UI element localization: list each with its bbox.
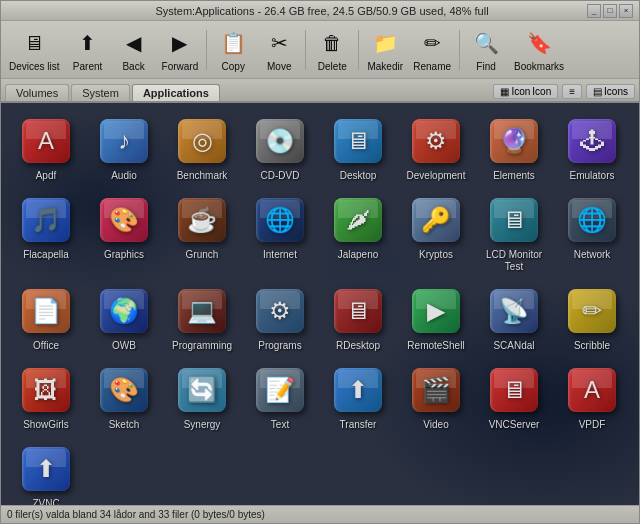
back-button[interactable]: ◀ Back — [112, 25, 156, 74]
system-tab[interactable]: System — [71, 84, 130, 101]
app-icon-lcd[interactable]: 🖥 LCD Monitor Test — [477, 190, 551, 277]
status-bar: 0 filer(s) valda bland 34 lådor and 33 f… — [1, 505, 639, 523]
icon-image-showgirls: 🖼 — [20, 364, 72, 416]
icon-box-audio: ♪ — [100, 119, 148, 163]
icons-view-button[interactable]: ▤ Icons — [586, 84, 635, 99]
find-button[interactable]: 🔍 Find — [464, 25, 508, 74]
icon-image-transfer: ⬆ — [332, 364, 384, 416]
app-icon-grunch[interactable]: ☕ Grunch — [165, 190, 239, 277]
icon-view-button[interactable]: ▦ Icon Icon — [493, 84, 558, 99]
bookmarks-button[interactable]: 🔖 Bookmarks — [510, 25, 568, 74]
app-icon-vncserver[interactable]: 🖥 VNCServer — [477, 360, 551, 435]
rename-button[interactable]: ✏ Rename — [409, 25, 455, 74]
icon-symbol-emulators: 🕹 — [580, 127, 604, 155]
delete-label: Delete — [318, 61, 347, 72]
icon-image-scandal: 📡 — [488, 285, 540, 337]
app-icon-benchmark[interactable]: ◎ Benchmark — [165, 111, 239, 186]
app-icon-network[interactable]: 🌐 Network — [555, 190, 629, 277]
icon-image-vpdf: A — [566, 364, 618, 416]
app-icon-flacapella[interactable]: 🎵 Flacapella — [9, 190, 83, 277]
app-icon-scandal[interactable]: 📡 SCANdal — [477, 281, 551, 356]
titlebar: System:Applications - 26.4 GB free, 24.5… — [1, 1, 639, 21]
icon-box-grunch: ☕ — [178, 198, 226, 242]
find-icon: 🔍 — [470, 27, 502, 59]
icon-label-cddvd: CD-DVD — [261, 170, 300, 182]
app-icon-jalapeno[interactable]: 🌶 Jalapeno — [321, 190, 395, 277]
icon-label-lcd: LCD Monitor Test — [481, 249, 547, 273]
app-icon-text[interactable]: 📝 Text — [243, 360, 317, 435]
icon-box-video: 🎬 — [412, 368, 460, 412]
app-icon-synergy[interactable]: 🔄 Synergy — [165, 360, 239, 435]
app-icon-remoteshell[interactable]: ▶ RemoteShell — [399, 281, 473, 356]
app-icon-rdesktop[interactable]: 🖥 RDesktop — [321, 281, 395, 356]
icon-symbol-remoteshell: ▶ — [427, 297, 445, 325]
icon-label-owb: OWB — [112, 340, 136, 352]
app-icon-elements[interactable]: 🔮 Elements — [477, 111, 551, 186]
icon-box-zvnc: ⬆ — [22, 447, 70, 491]
app-icon-cddvd[interactable]: 💿 CD-DVD — [243, 111, 317, 186]
icon-label-text: Text — [271, 419, 289, 431]
app-icon-programming[interactable]: 💻 Programming — [165, 281, 239, 356]
volumes-tab[interactable]: Volumes — [5, 84, 69, 101]
app-icon-office[interactable]: 📄 Office — [9, 281, 83, 356]
icon-symbol-development: ⚙ — [425, 127, 447, 155]
icons-view-icon: ▤ — [593, 86, 602, 97]
forward-button[interactable]: ▶ Forward — [158, 25, 203, 74]
icon-symbol-video: 🎬 — [421, 376, 451, 404]
forward-label: Forward — [162, 61, 199, 72]
move-button[interactable]: ✂ Move — [257, 25, 301, 74]
list-view-button[interactable]: ≡ — [562, 84, 582, 99]
icon-symbol-owb: 🌍 — [109, 297, 139, 325]
icon-image-synergy: 🔄 — [176, 364, 228, 416]
app-icon-vpdf[interactable]: A VPDF — [555, 360, 629, 435]
app-icon-showgirls[interactable]: 🖼 ShowGirls — [9, 360, 83, 435]
icon-image-zvnc: ⬆ — [20, 443, 72, 495]
icon-box-programs: ⚙ — [256, 289, 304, 333]
app-icon-audio[interactable]: ♪ Audio — [87, 111, 161, 186]
icon-label-kryptos: Kryptos — [419, 249, 453, 261]
app-icon-graphics[interactable]: 🎨 Graphics — [87, 190, 161, 277]
list-view-icon: ≡ — [569, 86, 575, 97]
devices-list-button[interactable]: 🖥 Devices list — [5, 25, 64, 74]
close-button[interactable]: × — [619, 4, 633, 18]
icon-label-benchmark: Benchmark — [177, 170, 228, 182]
icon-view-icon: ▦ — [500, 86, 509, 97]
icon-box-sketch: 🎨 — [100, 368, 148, 412]
icon-label-showgirls: ShowGirls — [23, 419, 69, 431]
app-icon-scribble[interactable]: ✏ Scribble — [555, 281, 629, 356]
app-icon-sketch[interactable]: 🎨 Sketch — [87, 360, 161, 435]
icon-box-graphics: 🎨 — [100, 198, 148, 242]
makedir-button[interactable]: 📁 Makedir — [363, 25, 407, 74]
app-icon-zvnc[interactable]: ⬆ ZVNC — [9, 439, 83, 505]
move-icon: ✂ — [263, 27, 295, 59]
icon-label-development: Development — [407, 170, 466, 182]
app-icon-video[interactable]: 🎬 Video — [399, 360, 473, 435]
parent-button[interactable]: ⬆ Parent — [66, 25, 110, 74]
app-icon-apdf[interactable]: A Apdf — [9, 111, 83, 186]
delete-button[interactable]: 🗑 Delete — [310, 25, 354, 74]
icon-symbol-programs: ⚙ — [269, 297, 291, 325]
main-window: System:Applications - 26.4 GB free, 24.5… — [0, 0, 640, 524]
applications-tab[interactable]: Applications — [132, 84, 220, 101]
app-icon-transfer[interactable]: ⬆ Transfer — [321, 360, 395, 435]
app-icon-programs[interactable]: ⚙ Programs — [243, 281, 317, 356]
app-icon-desktop[interactable]: 🖥 Desktop — [321, 111, 395, 186]
makedir-label: Makedir — [367, 61, 403, 72]
icon-label-flacapella: Flacapella — [23, 249, 69, 261]
app-icon-emulators[interactable]: 🕹 Emulators — [555, 111, 629, 186]
maximize-button[interactable]: □ — [603, 4, 617, 18]
copy-button[interactable]: 📋 Copy — [211, 25, 255, 74]
app-icon-internet[interactable]: 🌐 Internet — [243, 190, 317, 277]
icon-box-remoteshell: ▶ — [412, 289, 460, 333]
icon-image-benchmark: ◎ — [176, 115, 228, 167]
app-icon-kryptos[interactable]: 🔑 Kryptos — [399, 190, 473, 277]
icon-box-vncserver: 🖥 — [490, 368, 538, 412]
minimize-button[interactable]: _ — [587, 4, 601, 18]
icon-label-programming: Programming — [172, 340, 232, 352]
icon-symbol-lcd: 🖥 — [502, 206, 526, 234]
rename-icon: ✏ — [416, 27, 448, 59]
app-icon-owb[interactable]: 🌍 OWB — [87, 281, 161, 356]
tabs-row: Volumes System Applications ▦ Icon Icon … — [1, 79, 639, 103]
icon-box-synergy: 🔄 — [178, 368, 226, 412]
app-icon-development[interactable]: ⚙ Development — [399, 111, 473, 186]
